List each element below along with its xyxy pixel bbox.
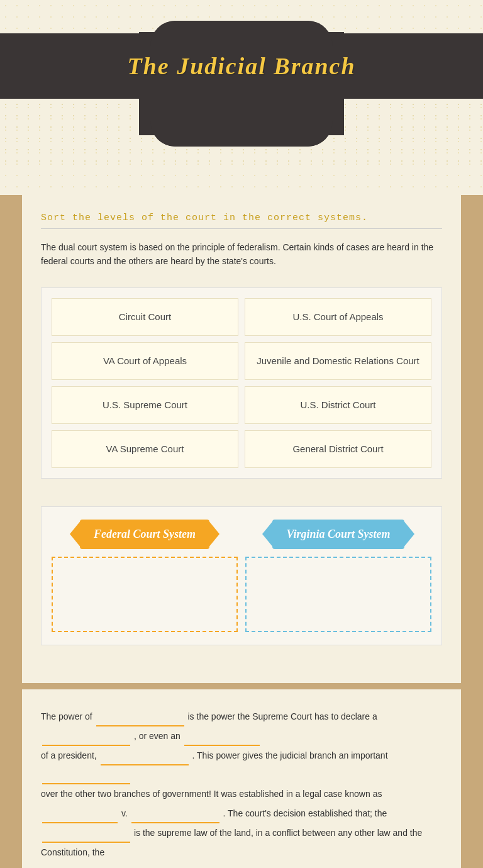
blank-2[interactable] (42, 733, 130, 746)
blank-7[interactable] (131, 811, 219, 823)
fill-blank-text: The power of is the power the Supreme Co… (41, 707, 442, 868)
fill-suffix5: over the other two branches of governmen… (41, 789, 382, 799)
blank-3[interactable] (184, 733, 260, 746)
blank-1[interactable] (96, 714, 184, 726)
fill-suffix2: , or even an (134, 731, 180, 741)
cards-grid: Circuit Court U.S. Court of Appeals VA C… (52, 298, 431, 468)
federal-label: Federal Court System (94, 528, 196, 540)
badge-shape (150, 21, 333, 147)
header-section: The Judicial Branch (0, 0, 483, 195)
fill-suffix6: v. (121, 808, 128, 818)
virginia-banner-bg: Virginia Court System (272, 520, 404, 549)
cards-container: Circuit Court U.S. Court of Appeals VA C… (41, 287, 442, 479)
blank-8[interactable] (42, 830, 130, 843)
card-us-district-court[interactable]: U.S. District Court (245, 386, 431, 424)
card-general-district-court[interactable]: General District Court (245, 430, 431, 468)
card-us-court-of-appeals[interactable]: U.S. Court of Appeals (245, 298, 431, 336)
fill-suffix3: of a president, (41, 750, 97, 760)
section-divider (41, 228, 442, 229)
blank-5[interactable] (42, 772, 130, 784)
fill-blank-section: The power of is the power the Supreme Co… (22, 689, 461, 868)
card-circuit-court[interactable]: Circuit Court (52, 298, 238, 336)
federal-zone-wrapper: Federal Court System (52, 520, 238, 632)
federal-drop-zone[interactable] (52, 557, 238, 632)
federal-right-arrow (208, 520, 219, 548)
description-text: The dual court system is based on the pr… (41, 240, 442, 269)
fill-suffix1: is the power the Supreme Court has to de… (188, 711, 377, 721)
card-va-supreme-court[interactable]: VA Supreme Court (52, 430, 238, 468)
cards-section: Circuit Court U.S. Court of Appeals VA C… (22, 287, 461, 506)
main-content-wrapper: Sort the levels of the court in the corr… (22, 195, 461, 683)
section-gap (0, 683, 483, 689)
intro-section: Sort the levels of the court in the corr… (22, 195, 461, 287)
badge-container (150, 21, 333, 147)
card-va-court-of-appeals[interactable]: VA Court of Appeals (52, 342, 238, 380)
instruction-text: Sort the levels of the court in the corr… (41, 213, 442, 223)
dark-banner: The Judicial Branch (0, 33, 483, 99)
drop-zones-section: Federal Court System Virginia Court Syst… (22, 506, 461, 683)
virginia-drop-zone[interactable] (245, 557, 431, 632)
page-title: The Judicial Branch (127, 52, 355, 80)
card-us-supreme-court[interactable]: U.S. Supreme Court (52, 386, 238, 424)
federal-banner-bg: Federal Court System (80, 520, 209, 549)
blank-4[interactable] (101, 753, 189, 765)
virginia-label: Virginia Court System (286, 528, 390, 540)
card-juvenile-domestic[interactable]: Juvenile and Domestic Relations Court (245, 342, 431, 380)
drop-zones-container: Federal Court System Virginia Court Syst… (41, 506, 442, 645)
blank-6[interactable] (42, 811, 118, 823)
fill-prefix1: The power of (41, 711, 92, 721)
virginia-right-arrow (403, 520, 414, 548)
drop-zones-row: Federal Court System Virginia Court Syst… (52, 520, 431, 632)
virginia-banner: Virginia Court System (272, 520, 404, 549)
fill-suffix4: . This power gives the judicial branch a… (192, 750, 388, 760)
fill-suffix7: . The court's decision established that;… (223, 808, 387, 818)
federal-banner: Federal Court System (80, 520, 209, 549)
virginia-zone-wrapper: Virginia Court System (245, 520, 431, 632)
